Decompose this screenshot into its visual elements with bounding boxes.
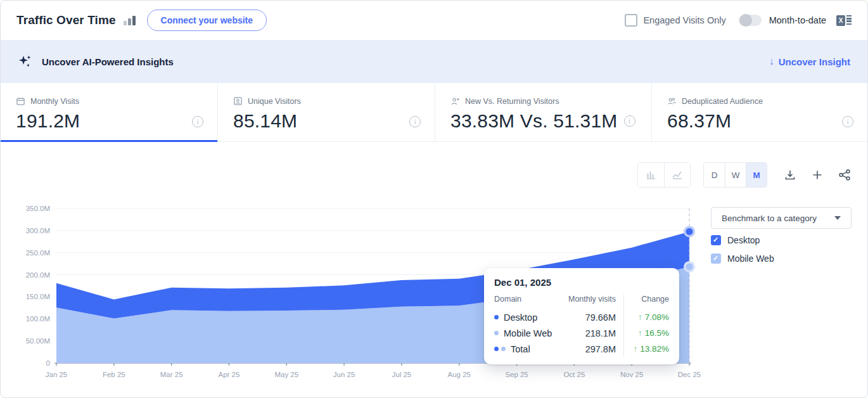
ai-sparkle-icon bbox=[18, 54, 33, 69]
metric-value: 85.14M bbox=[233, 110, 419, 132]
excel-export-icon[interactable]: X bbox=[836, 15, 852, 26]
engaged-visits-checkbox[interactable] bbox=[625, 14, 637, 27]
unique-visitor-icon bbox=[233, 96, 243, 106]
svg-text:Mar 25: Mar 25 bbox=[160, 371, 183, 378]
benchmark-dropdown-label: Benchmark to a category bbox=[722, 214, 817, 223]
uncover-insight-link[interactable]: ↓ Uncover Insight bbox=[769, 56, 850, 67]
tooltip-total-change: 13.82% bbox=[623, 341, 669, 357]
tooltip-desktop-visits: 79.66M bbox=[556, 309, 616, 325]
chevron-down-icon bbox=[834, 216, 841, 220]
metric-card-monthly-visits[interactable]: Monthly Visits 191.2M bbox=[1, 83, 218, 141]
desktop-checkbox[interactable] bbox=[711, 235, 721, 245]
svg-text:Dec 25: Dec 25 bbox=[678, 371, 701, 378]
down-arrow-icon: ↓ bbox=[769, 56, 774, 67]
tooltip-date: Dec 01, 2025 bbox=[494, 277, 669, 288]
info-icon[interactable] bbox=[409, 116, 421, 127]
info-icon[interactable] bbox=[192, 116, 203, 127]
ai-insights-title: Uncover AI-Powered Insights bbox=[42, 56, 174, 67]
granularity-switch: D W M bbox=[703, 162, 767, 188]
add-compare-icon[interactable] bbox=[811, 169, 824, 181]
tooltip-mobile-change: 16.5% bbox=[623, 325, 669, 341]
bar-chart-type-button[interactable] bbox=[638, 163, 664, 187]
svg-text:100.0M: 100.0M bbox=[26, 315, 50, 323]
svg-text:Jan 25: Jan 25 bbox=[46, 371, 68, 378]
legend-item-mobile-web[interactable]: Mobile Web bbox=[711, 254, 774, 264]
chart-type-switch bbox=[637, 162, 691, 188]
tooltip-mobile-visits: 218.1M bbox=[556, 325, 616, 341]
connect-website-button[interactable]: Connect your website bbox=[147, 10, 267, 31]
svg-text:Jun 25: Jun 25 bbox=[333, 371, 355, 378]
metric-label: Deduplicated Audience bbox=[682, 97, 763, 106]
traffic-over-time-panel: Traffic Over Time Connect your website E… bbox=[0, 0, 868, 398]
benchmark-category-dropdown[interactable]: Benchmark to a category bbox=[711, 207, 852, 229]
svg-text:200.0M: 200.0M bbox=[26, 271, 50, 279]
tooltip-table: Domain Monthly visits Change Desktop 79.… bbox=[494, 295, 669, 357]
svg-text:Aug 25: Aug 25 bbox=[448, 371, 471, 378]
svg-text:Oct 25: Oct 25 bbox=[563, 371, 585, 378]
tooltip-row-total: Total bbox=[494, 341, 556, 357]
series-legend: Desktop Mobile Web bbox=[711, 235, 774, 272]
tooltip-row-mobile-web: Mobile Web bbox=[494, 325, 556, 341]
tooltip-total-visits: 297.8M bbox=[556, 341, 616, 357]
up-arrow-icon bbox=[633, 344, 637, 354]
svg-text:350.0M: 350.0M bbox=[26, 205, 50, 212]
granularity-day-button[interactable]: D bbox=[704, 163, 725, 187]
svg-text:Feb 25: Feb 25 bbox=[103, 371, 125, 378]
tooltip-col-visits: Monthly visits bbox=[556, 295, 616, 309]
tooltip-col-change: Change bbox=[623, 295, 669, 309]
traffic-bars-icon bbox=[124, 16, 136, 25]
audience-icon bbox=[667, 96, 677, 106]
up-arrow-icon bbox=[638, 328, 642, 338]
metric-label: New Vs. Returning Visitors bbox=[465, 97, 559, 106]
tooltip-row-desktop: Desktop bbox=[494, 309, 556, 325]
granularity-month-button[interactable]: M bbox=[746, 163, 767, 187]
metric-value: 191.2M bbox=[16, 110, 202, 132]
chart-section: D W M 050.00M100.0M150.0M200.0M250.0M300… bbox=[1, 142, 867, 398]
metric-card-unique-visitors[interactable]: Unique Visitors 85.14M bbox=[218, 83, 435, 141]
desktop-dot-icon bbox=[494, 315, 499, 319]
line-chart-type-button[interactable] bbox=[664, 163, 690, 187]
metric-cards-row: Monthly Visits 191.2M Unique Visitors 85… bbox=[1, 83, 867, 142]
mobile-web-checkbox[interactable] bbox=[711, 254, 721, 264]
svg-text:Apr 25: Apr 25 bbox=[219, 371, 240, 378]
svg-text:Jul 25: Jul 25 bbox=[392, 371, 412, 378]
metric-label: Monthly Visits bbox=[30, 97, 79, 106]
info-icon[interactable] bbox=[842, 116, 853, 127]
month-to-date-label: Month-to-date bbox=[769, 15, 826, 25]
share-icon[interactable] bbox=[838, 169, 852, 181]
metric-value: 33.83M Vs. 51.31M bbox=[450, 110, 618, 132]
svg-text:50.00M: 50.00M bbox=[26, 337, 50, 345]
line-chart-icon bbox=[672, 169, 683, 181]
chart-controls: D W M bbox=[637, 162, 852, 188]
metric-label: Unique Visitors bbox=[248, 97, 301, 106]
legend-label: Mobile Web bbox=[727, 254, 774, 264]
toggle-knob bbox=[739, 14, 752, 27]
info-icon[interactable] bbox=[624, 115, 635, 127]
ai-insights-bar: Uncover AI-Powered Insights ↓ Uncover In… bbox=[1, 40, 867, 83]
month-to-date-toggle[interactable] bbox=[739, 15, 762, 26]
svg-text:250.0M: 250.0M bbox=[26, 249, 50, 257]
chart-tooltip: Dec 01, 2025 Domain Monthly visits Chang… bbox=[484, 268, 679, 364]
mobile-web-dot-icon bbox=[501, 347, 506, 351]
desktop-dot-icon bbox=[494, 347, 499, 351]
panel-header: Traffic Over Time Connect your website E… bbox=[1, 1, 867, 40]
calendar-icon bbox=[16, 96, 25, 106]
svg-text:0: 0 bbox=[46, 359, 50, 367]
download-icon[interactable] bbox=[784, 169, 796, 181]
up-arrow-icon bbox=[638, 312, 642, 322]
bar-chart-icon bbox=[646, 169, 657, 181]
svg-text:300.0M: 300.0M bbox=[26, 227, 50, 234]
granularity-week-button[interactable]: W bbox=[725, 163, 746, 187]
tooltip-desktop-change: 7.08% bbox=[623, 309, 669, 325]
metric-card-new-vs-returning[interactable]: New Vs. Returning Visitors 33.83M Vs. 51… bbox=[435, 83, 652, 141]
tooltip-col-domain: Domain bbox=[494, 295, 556, 309]
metric-card-deduplicated-audience[interactable]: Deduplicated Audience 68.37M bbox=[652, 83, 867, 141]
svg-text:Sep 25: Sep 25 bbox=[505, 371, 528, 378]
header-right-controls: Engaged Visits Only Month-to-date X bbox=[625, 14, 852, 27]
person-plus-icon bbox=[450, 96, 460, 106]
metric-value: 68.37M bbox=[667, 110, 852, 132]
legend-item-desktop[interactable]: Desktop bbox=[711, 235, 774, 245]
svg-text:May 25: May 25 bbox=[274, 371, 298, 378]
svg-text:Nov 25: Nov 25 bbox=[620, 371, 643, 378]
engaged-visits-label: Engaged Visits Only bbox=[643, 15, 725, 25]
